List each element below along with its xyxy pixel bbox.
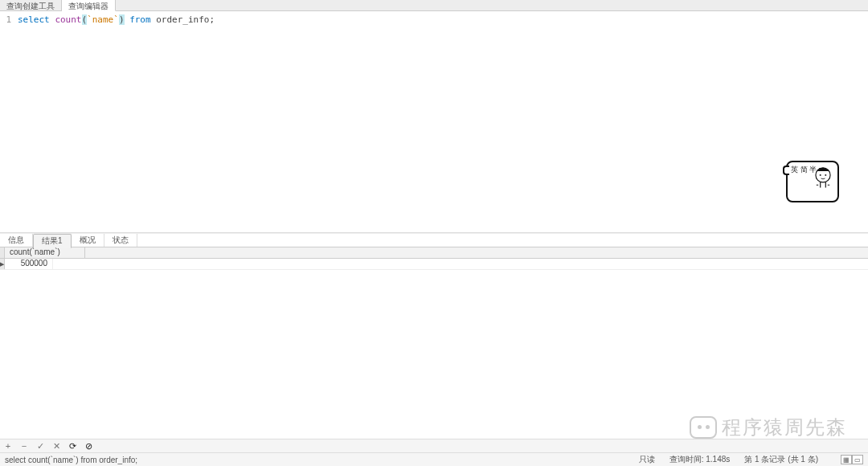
grid-header: count(`name`) bbox=[0, 247, 868, 259]
status-sql: select count(`name`) from order_info; bbox=[5, 456, 639, 464]
delete-row-button[interactable]: − bbox=[19, 441, 29, 451]
status-query-time: 查询时间: 1.148s bbox=[669, 454, 731, 465]
kw-select: select bbox=[18, 14, 50, 25]
tab-profile[interactable]: 概况 bbox=[72, 234, 104, 247]
status-readonly: 只读 bbox=[639, 454, 655, 465]
grid-view-icon[interactable]: ▦ bbox=[841, 455, 852, 464]
table-name: order_info bbox=[156, 14, 209, 25]
line-gutter: 1 bbox=[0, 11, 14, 232]
code-line[interactable]: select count(`name`) from order_info; bbox=[14, 11, 215, 232]
line-number: 1 bbox=[0, 14, 11, 25]
paren-close: ) bbox=[119, 14, 125, 25]
col-name: name bbox=[92, 14, 114, 25]
result-tab-bar: 信息 结果1 概况 状态 bbox=[0, 234, 868, 247]
wechat-icon bbox=[690, 416, 717, 439]
tab-result1[interactable]: 结果1 bbox=[33, 234, 72, 248]
watermark: 程序猿周先森 bbox=[690, 415, 847, 440]
sticker-widget: 英 简 半 ♥ bbox=[786, 161, 839, 202]
tab-query-builder[interactable]: 查询创建工具 bbox=[0, 0, 62, 10]
table-row[interactable]: ▶ 500000 bbox=[0, 259, 868, 270]
tab-info[interactable]: 信息 bbox=[0, 234, 33, 247]
tab-status[interactable]: 状态 bbox=[104, 234, 137, 247]
kw-from: from bbox=[129, 14, 151, 25]
col-backtick2: ` bbox=[113, 14, 119, 25]
stop-button[interactable]: ⊘ bbox=[84, 441, 93, 452]
form-view-icon[interactable]: ▭ bbox=[852, 455, 863, 464]
sql-editor[interactable]: 1 select count(`name`) from order_info; bbox=[0, 11, 868, 232]
semicolon: ; bbox=[209, 14, 215, 25]
cancel-button[interactable]: ✕ bbox=[51, 441, 61, 452]
grid-toolbar: + − ✓ ✕ ⟳ ⊘ bbox=[0, 439, 868, 452]
top-tab-bar: 查询创建工具 查询编辑器 bbox=[0, 0, 868, 11]
tab-query-editor[interactable]: 查询编辑器 bbox=[62, 0, 116, 11]
svg-point-2 bbox=[825, 174, 826, 176]
apply-button[interactable]: ✓ bbox=[35, 441, 45, 452]
svg-point-1 bbox=[820, 174, 821, 176]
col-backtick: ` bbox=[87, 14, 92, 25]
refresh-button[interactable]: ⟳ bbox=[68, 441, 77, 452]
cell-value[interactable]: 500000 bbox=[5, 259, 53, 269]
fn-count: count bbox=[55, 14, 81, 25]
sticker-face-icon bbox=[812, 167, 834, 190]
status-records: 第 1 条记录 (共 1 条) bbox=[744, 454, 818, 465]
sticker-tab-icon bbox=[783, 166, 789, 175]
add-row-button[interactable]: + bbox=[3, 441, 13, 451]
col-header[interactable]: count(`name`) bbox=[5, 247, 85, 258]
watermark-text: 程序猿周先森 bbox=[722, 415, 847, 440]
status-bar: select count(`name`) from order_info; 只读… bbox=[0, 452, 868, 466]
